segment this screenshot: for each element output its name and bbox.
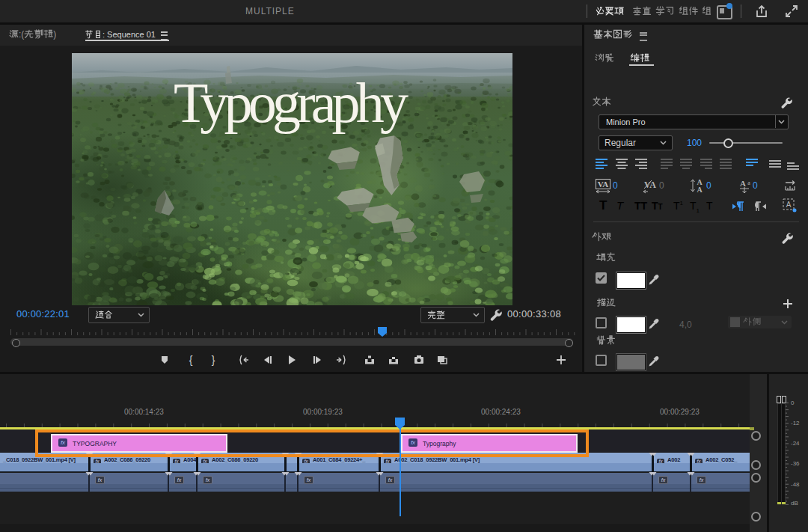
svg-text:VA: VA (644, 180, 656, 190)
svg-text:VA: VA (598, 180, 609, 189)
svg-text:a: a (747, 180, 750, 186)
svg-text:A: A (786, 201, 792, 209)
svg-text:{: { (189, 354, 193, 366)
svg-text:Typography: Typography (174, 71, 408, 134)
svg-text:}: } (212, 354, 215, 366)
svg-text:A: A (740, 179, 746, 188)
svg-text:A: A (697, 186, 703, 194)
